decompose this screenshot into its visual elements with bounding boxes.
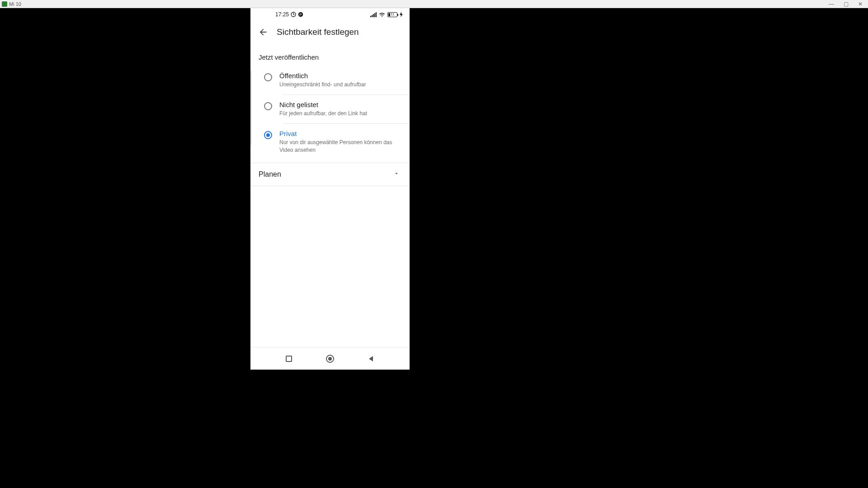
- svg-rect-7: [376, 12, 377, 17]
- chevron-down-icon: [393, 170, 400, 178]
- triangle-left-icon: [368, 355, 375, 362]
- visibility-options: Öffentlich Uneingeschränkt find- und auf…: [250, 66, 410, 160]
- content-spacer: [250, 186, 410, 347]
- svg-rect-3: [370, 16, 371, 17]
- option-title: Öffentlich: [279, 72, 401, 80]
- charging-icon: [400, 12, 403, 17]
- notification-dot-icon: [291, 12, 296, 17]
- svg-rect-4: [372, 15, 373, 17]
- option-title: Nicht gelistet: [279, 101, 401, 108]
- mirror-stage: 17:25 P 11: [0, 8, 868, 488]
- option-unlisted[interactable]: Nicht gelistet Für jeden aufrufbar, der …: [250, 94, 410, 123]
- host-window-titlebar: Mi 10 — ▢ ✕: [0, 0, 868, 8]
- window-maximize-icon[interactable]: ▢: [843, 1, 849, 7]
- window-minimize-icon[interactable]: —: [828, 1, 835, 7]
- nav-recent-button[interactable]: [278, 352, 299, 366]
- square-icon: [286, 356, 292, 362]
- host-window-controls: — ▢ ✕: [828, 1, 866, 7]
- android-nav-bar: [250, 347, 410, 370]
- option-private[interactable]: Privat Nur von dir ausgewählte Personen …: [250, 123, 410, 160]
- battery-icon: 11: [387, 12, 397, 17]
- signal-icon: [370, 12, 377, 17]
- radio-unchecked-icon: [264, 73, 272, 81]
- option-subtitle: Nur von dir ausgewählte Personen können …: [279, 139, 401, 153]
- phone-screen: 17:25 P 11: [250, 8, 410, 370]
- radio-unchecked-icon: [264, 102, 272, 110]
- option-title: Privat: [279, 130, 401, 137]
- android-status-bar: 17:25 P 11: [250, 8, 410, 21]
- status-time: 17:25: [275, 11, 289, 18]
- arrow-left-icon: [258, 27, 268, 37]
- app-bar: Sichtbarkeit festlegen: [250, 21, 410, 43]
- svg-rect-6: [374, 13, 375, 17]
- window-close-icon[interactable]: ✕: [857, 1, 863, 7]
- circle-icon: [326, 355, 334, 363]
- radio-checked-icon: [264, 131, 272, 139]
- page-title: Sichtbarkeit festlegen: [277, 27, 359, 37]
- host-window-title: Mi 10: [9, 1, 21, 7]
- notification-icon: P: [298, 12, 303, 17]
- nav-back-button[interactable]: [361, 352, 382, 366]
- section-publish-now-label: Jetzt veröffentlichen: [250, 43, 410, 66]
- vysor-app-icon: [2, 1, 7, 7]
- wifi-icon: [379, 12, 385, 17]
- option-subtitle: Für jeden aufrufbar, der den Link hat: [279, 110, 401, 117]
- schedule-label: Planen: [259, 170, 281, 178]
- option-subtitle: Uneingeschränkt find- und aufrufbar: [279, 81, 401, 88]
- svg-text:P: P: [299, 13, 302, 17]
- back-button[interactable]: [258, 27, 269, 38]
- option-public[interactable]: Öffentlich Uneingeschränkt find- und auf…: [250, 66, 410, 94]
- schedule-row[interactable]: Planen: [250, 163, 410, 186]
- nav-home-button[interactable]: [320, 352, 340, 366]
- svg-rect-5: [373, 14, 374, 17]
